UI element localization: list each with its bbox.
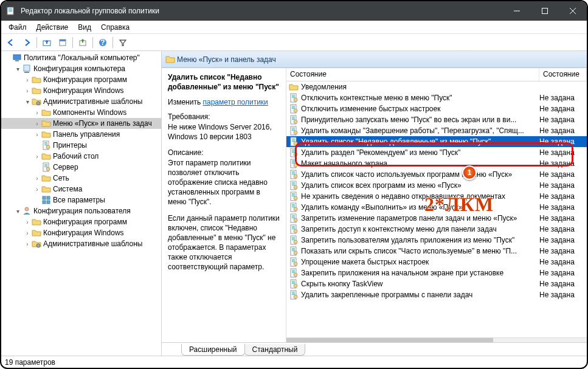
tree-item[interactable]: ›Административные шаблоны [1,238,161,249]
tree-item[interactable]: ›Конфигурация программ [1,216,161,227]
right-pane: Меню «Пуск» и панель задач Удалить списо… [162,51,587,356]
properties-button[interactable] [55,36,70,49]
list-row[interactable]: Удалить закрепленные программы с панели … [286,289,587,300]
list-row[interactable]: Удалить раздел "Рекомендуем" из меню "Пу… [286,147,587,158]
svg-rect-96 [292,226,295,227]
list-row[interactable]: Не хранить сведения о недавно открывавши… [286,191,587,202]
tree-comp-config[interactable]: ▾Конфигурация компьютера [1,63,161,74]
help-button[interactable]: ? [95,36,110,49]
desc-heading: Удалить список "Недавно добавленные" из … [168,73,280,92]
policy-icon [289,279,299,289]
window-title: Редактор локальной групповой политики [21,7,503,15]
list-row[interactable]: Запретить пользователям удалять приложен… [286,235,587,246]
svg-rect-16 [24,65,30,71]
list-body[interactable]: УведомленияОтключить контекстные меню в … [286,81,587,337]
list-item-state: Не задана [539,137,587,146]
tree-item-icon [41,195,51,205]
list-item-label: Удалить команду «Выполнить» из меню «Пус… [301,203,539,212]
tree-item[interactable]: ›Система [1,184,161,195]
tree-item[interactable]: ›Панель управления [1,129,161,140]
list-item-state: Не задана [539,225,587,233]
export-button[interactable] [75,36,90,49]
tree-item[interactable]: ›Конфигурация программ [1,74,161,85]
list-row[interactable]: Принудительно запускать меню "Пуск" во в… [286,114,587,125]
tree-root[interactable]: Политика "Локальный компьютер" [1,52,161,63]
tree-item-icon [41,151,51,161]
svg-rect-53 [292,130,295,131]
tree-user-config[interactable]: ▾Конфигурация пользователя [1,205,161,216]
svg-rect-31 [43,201,46,204]
tree-admin-templates[interactable]: ▾Административные шаблоны [1,96,161,107]
svg-point-89 [294,207,297,211]
filter-button[interactable] [116,36,130,49]
tree-item[interactable]: ›Сеть [1,173,161,184]
svg-rect-15 [15,60,19,61]
svg-rect-61 [292,150,295,150]
list-row[interactable]: Удалить список всех программ из меню «Пу… [286,180,587,191]
list-row[interactable]: Отключить контекстные меню в меню "Пуск"… [286,92,587,103]
list-item-label: Удалить список часто используемых програ… [301,170,539,179]
list-row[interactable]: Упрощение макета быстрых настроекНе зада… [286,257,587,267]
horizontal-scrollbar[interactable] [286,337,587,342]
list-item-state: Не задана [539,116,587,124]
svg-rect-81 [292,193,295,194]
list-row[interactable]: Удалить список "Недавно добавленные" из … [286,136,587,147]
tree-item[interactable]: ›Конфигурация Windows [1,85,161,96]
forward-button[interactable] [19,36,34,49]
menu-help[interactable]: Справка [96,23,134,32]
tree-item-label: Принтеры [53,141,87,150]
menu-file[interactable]: Файл [4,23,32,32]
minimize-button[interactable] [503,1,531,21]
svg-rect-21 [44,143,47,144]
col-state-2[interactable]: Состояние [539,68,587,81]
svg-point-74 [294,174,297,178]
list-row[interactable]: Отключить изменение быстрых настроекНе з… [286,103,587,114]
list-item-state: Не задана [539,181,587,190]
tree-item[interactable]: ›Рабочий стол [1,151,161,162]
list-row[interactable]: Запретить изменение параметров панели за… [286,213,587,224]
tab-extended[interactable]: Расширенный [181,344,245,356]
tree-item-icon [41,140,51,150]
tab-standard[interactable]: Стандартный [244,344,306,356]
up-button[interactable] [40,36,54,49]
svg-rect-78 [292,185,295,185]
tree-item[interactable]: ›Меню «Пуск» и панель задач [1,118,161,129]
svg-rect-128 [292,294,295,295]
svg-rect-91 [292,215,295,216]
tree-item[interactable]: Принтеры [1,140,161,151]
tree-item[interactable]: ›Конфигурация Windows [1,227,161,238]
col-state-1[interactable]: Состояние [286,68,539,81]
back-button[interactable] [4,36,18,49]
list-row[interactable]: Удалить команды "Завершение работы", "Пе… [286,125,587,136]
svg-rect-37 [292,96,295,97]
tree-item-icon [41,129,51,139]
tree-item-label: Конфигурация Windows [43,229,124,237]
policy-icon [289,290,299,300]
list-row[interactable]: Удалить команду «Выполнить» из меню «Пус… [286,202,587,213]
menu-view[interactable]: Вид [73,23,96,32]
svg-point-124 [294,284,297,288]
list-row[interactable]: Показать или скрыть список "Часто исполь… [286,246,587,257]
list-folder[interactable]: Уведомления [286,81,587,92]
list-row[interactable]: Макет начального экранаНе задана [286,158,587,169]
list-row[interactable]: Удалить список часто используемых програ… [286,169,587,180]
content-grid: Удалить список "Недавно добавленные" из … [162,68,587,342]
svg-rect-103 [292,240,295,240]
menu-action[interactable]: Действие [32,23,74,32]
list-row[interactable]: Запретить доступ к контекстному меню для… [286,224,587,235]
tree-item[interactable]: ›Компоненты Windows [1,107,161,118]
close-button[interactable] [559,1,587,21]
desc-change-link[interactable]: параметр политики [202,98,268,106]
list-item-label: Уведомления [301,83,539,91]
tree-item[interactable]: Сервер [1,162,161,173]
list-row[interactable]: Закрепить приложения на начальном экране… [286,267,587,278]
twist-icon: ▾ [13,66,22,72]
svg-rect-121 [292,281,295,281]
tree-pane[interactable]: Политика "Локальный компьютер"▾Конфигура… [1,51,162,356]
desc-req-text: Не ниже Windows Server 2016, Windows 10 … [168,122,280,142]
list-row[interactable]: Скрыть кнопку TaskViewНе задана [286,278,587,289]
tree-item[interactable]: Все параметры [1,195,161,205]
maximize-button[interactable] [531,1,559,21]
folder-icon [165,55,175,64]
twist-icon: › [33,131,41,138]
